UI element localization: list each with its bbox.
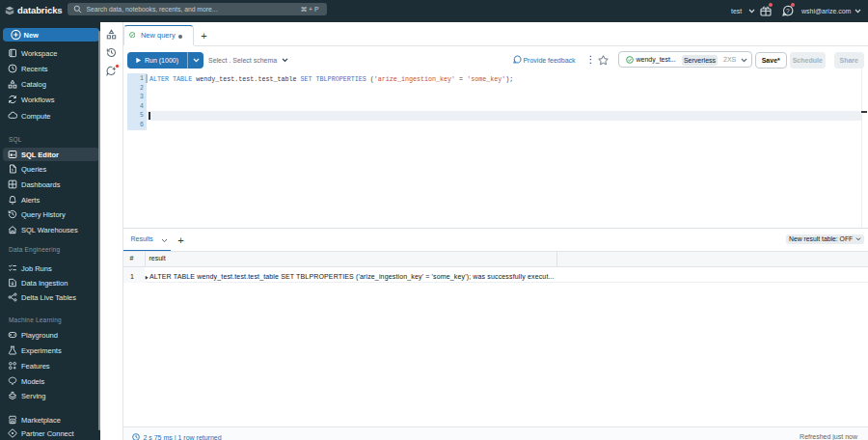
svg-text:?: ? (786, 8, 790, 14)
